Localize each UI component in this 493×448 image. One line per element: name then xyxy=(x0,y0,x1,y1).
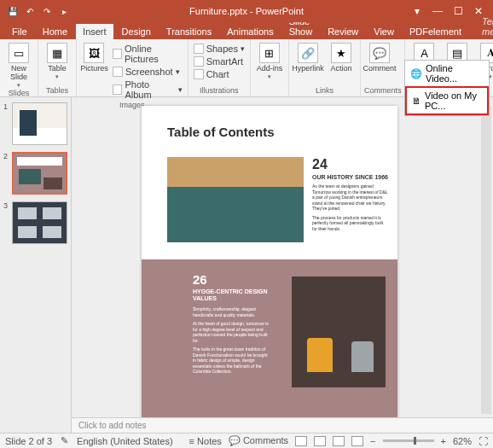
tab-review[interactable]: Review xyxy=(321,24,365,39)
tab-transitions[interactable]: Transitions xyxy=(160,24,218,39)
language-indicator[interactable]: English (United States) xyxy=(77,436,173,446)
tab-file[interactable]: File xyxy=(5,24,34,39)
zoom-out-button[interactable]: − xyxy=(370,436,375,446)
fit-button[interactable]: ⛶ xyxy=(478,436,488,446)
slide-thumbnails: 1 2 3 xyxy=(0,97,72,433)
pictures-button[interactable]: 🖼Pictures xyxy=(80,41,108,73)
comment-button[interactable]: 💬Comment xyxy=(364,41,395,73)
new-slide-button[interactable]: ▭New Slide▾ xyxy=(3,41,34,89)
tab-home[interactable]: Home xyxy=(36,24,74,39)
undo-icon[interactable]: ↶ xyxy=(24,5,36,17)
tab-view[interactable]: View xyxy=(367,24,401,39)
min-button[interactable]: — xyxy=(432,5,444,17)
comments-toggle[interactable]: 💬 Comments xyxy=(229,435,288,446)
file-icon: 🗎 xyxy=(412,96,421,106)
zoom-level[interactable]: 62% xyxy=(453,436,472,446)
tab-pdfelement[interactable]: PDFelement xyxy=(403,24,468,39)
spellcheck-icon[interactable]: ✎ xyxy=(61,435,68,446)
start-icon[interactable]: ▸ xyxy=(58,5,70,17)
thumbnail-3[interactable] xyxy=(12,201,67,244)
notes-pane[interactable]: Click to add notes xyxy=(72,417,493,433)
shapes-button[interactable]: Shapes ▾ xyxy=(192,43,246,55)
thumbnail-2[interactable] xyxy=(12,152,67,195)
chart-button[interactable]: Chart xyxy=(192,68,246,80)
slideshow-view-button[interactable] xyxy=(351,436,363,446)
section-26: 26 HYGGE-CENTRIC DESIGN VALUES Simplicit… xyxy=(193,272,270,378)
zoom-in-button[interactable]: + xyxy=(441,436,446,446)
video-dropdown: 🌐Online Video... 🗎Video on My PC... xyxy=(404,60,490,116)
tab-insert[interactable]: Insert xyxy=(76,24,113,39)
sofa-image xyxy=(167,157,304,242)
globe-icon: 🌐 xyxy=(410,68,422,79)
max-button[interactable]: ☐ xyxy=(452,5,464,17)
tell-me[interactable]: Tell me... xyxy=(475,14,493,39)
window-title: Furniture.pptx - PowerPoint xyxy=(189,6,304,16)
slide-indicator: Slide 2 of 3 xyxy=(5,436,52,446)
normal-view-button[interactable] xyxy=(295,436,307,446)
zoom-slider[interactable] xyxy=(383,439,434,442)
action-button[interactable]: ★Action xyxy=(326,41,357,73)
addins-button[interactable]: ⊞Add-ins▾ xyxy=(254,41,285,80)
online-video-item[interactable]: 🌐Online Video... xyxy=(405,61,489,86)
table-button[interactable]: ▦Table▾ xyxy=(42,41,72,80)
vertical-scrollbar[interactable] xyxy=(481,106,491,414)
notes-toggle[interactable]: ≡ Notes xyxy=(189,436,222,446)
sorter-view-button[interactable] xyxy=(314,436,326,446)
thumbnail-1[interactable] xyxy=(12,102,67,145)
ribbon-opts-icon[interactable]: ▾ xyxy=(411,5,423,17)
chairs-image xyxy=(292,276,386,387)
smartart-button[interactable]: SmartArt xyxy=(192,55,246,67)
redo-icon[interactable]: ↷ xyxy=(41,5,53,17)
online-pictures-button[interactable]: Online Pictures xyxy=(111,43,184,65)
section-24: 24 OUR HISTORY SINCE 1966 As the team at… xyxy=(312,157,389,231)
slide-canvas[interactable]: Table of Contents 24 OUR HISTORY SINCE 1… xyxy=(142,106,397,417)
video-on-pc-item[interactable]: 🗎Video on My PC... xyxy=(405,86,489,115)
tab-design[interactable]: Design xyxy=(115,24,158,39)
tab-animations[interactable]: Animations xyxy=(220,24,280,39)
slide-title: Table of Contents xyxy=(167,125,275,139)
reading-view-button[interactable] xyxy=(333,436,345,446)
hyperlink-button[interactable]: 🔗Hyperlink xyxy=(293,41,323,73)
screenshot-button[interactable]: Screenshot ▾ xyxy=(111,66,184,78)
save-icon[interactable]: 💾 xyxy=(7,5,19,17)
